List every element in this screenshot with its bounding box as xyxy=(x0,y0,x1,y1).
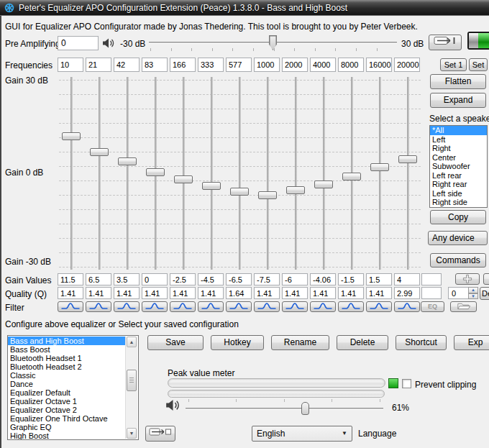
delete-band-button[interactable]: De xyxy=(480,287,489,300)
quality-input[interactable] xyxy=(114,287,140,299)
copy-button[interactable]: Copy xyxy=(430,210,486,224)
eq-slider-handle[interactable] xyxy=(398,155,417,163)
speaker-list-item[interactable]: Right side xyxy=(430,198,487,207)
device-selector[interactable]: Any device xyxy=(428,231,488,245)
gain-value-input[interactable] xyxy=(114,273,140,285)
quality-input[interactable] xyxy=(310,287,336,299)
eq-slider-track[interactable] xyxy=(295,77,297,270)
frequency-input[interactable] xyxy=(58,58,83,72)
frequency-input[interactable] xyxy=(142,58,168,72)
quality-input[interactable] xyxy=(170,287,196,299)
filter-curve-button[interactable] xyxy=(58,301,83,312)
quality-input[interactable] xyxy=(142,287,168,299)
filter-curve-button[interactable] xyxy=(366,301,392,312)
shortcut-button[interactable]: Shortcut xyxy=(396,335,447,350)
preamp-input[interactable] xyxy=(58,36,99,50)
config-list-item[interactable]: Bass Boost xyxy=(8,345,125,354)
config-list-item[interactable]: Equalizer One Third Octave xyxy=(8,414,125,423)
quality-input[interactable] xyxy=(394,287,420,299)
title-bar[interactable]: Peter's Equalizer APO Configuration Exte… xyxy=(0,0,489,16)
language-select[interactable]: English ▼ xyxy=(252,426,352,442)
quality-input[interactable] xyxy=(366,287,392,299)
eq-slider-track[interactable] xyxy=(379,77,381,270)
band-spin-input[interactable] xyxy=(448,287,469,299)
speaker-listbox[interactable]: *AllLeftRightCenterSubwooferLeft rearRig… xyxy=(429,125,488,208)
speaker-list-item[interactable]: Left side xyxy=(430,189,487,198)
gain-value-input[interactable] xyxy=(226,273,252,285)
frequency-input[interactable] xyxy=(310,58,336,72)
preamp-apply-button[interactable] xyxy=(429,35,462,50)
tray-button[interactable] xyxy=(145,426,175,442)
eq-slider-track[interactable] xyxy=(239,77,241,270)
config-list-item[interactable]: Bass and High Boost xyxy=(8,337,125,345)
speaker-list-item[interactable]: Left rear xyxy=(430,171,487,180)
preamp-slider[interactable] xyxy=(149,35,397,53)
speaker-list-item[interactable]: Left xyxy=(430,135,487,145)
gain-value-input[interactable] xyxy=(170,273,196,285)
gain-value-input[interactable] xyxy=(366,273,392,285)
gain-value-input[interactable] xyxy=(338,273,364,285)
eq-slider-handle[interactable] xyxy=(90,148,109,156)
gain-value-input[interactable] xyxy=(86,273,111,285)
eq-slider-track[interactable] xyxy=(99,77,101,270)
scroll-down-icon[interactable]: ▼ xyxy=(127,428,137,439)
frequency-input[interactable] xyxy=(394,58,420,72)
eq-slider-handle[interactable] xyxy=(286,186,305,194)
gain-value-input[interactable] xyxy=(394,273,420,285)
frequency-input[interactable] xyxy=(226,58,252,72)
config-list-item[interactable]: Bluetooth Headset 2 xyxy=(8,362,125,371)
eq-slider-track[interactable] xyxy=(323,77,325,270)
flatten-button[interactable]: Flatten xyxy=(430,74,486,89)
set1-button[interactable]: Set 1 xyxy=(440,58,467,71)
config-scrollbar[interactable]: ▲ ▼ xyxy=(125,337,137,439)
filter-curve-button[interactable] xyxy=(394,301,420,312)
commands-button[interactable]: Commands xyxy=(430,253,486,268)
spinner-up-icon[interactable]: ▲ xyxy=(468,287,478,293)
gain-value-input[interactable] xyxy=(254,273,280,285)
eq-slider-handle[interactable] xyxy=(146,168,165,176)
filter-curve-button[interactable] xyxy=(170,301,196,312)
quality-input[interactable] xyxy=(226,287,252,299)
frequency-input[interactable] xyxy=(198,58,224,72)
graphic-eq-button[interactable]: EQ xyxy=(421,301,444,312)
frequency-input[interactable] xyxy=(254,58,280,72)
eq-slider-handle[interactable] xyxy=(118,157,137,165)
quality-input[interactable] xyxy=(338,287,364,299)
eq-slider-track[interactable] xyxy=(70,77,73,270)
gain-value-input[interactable] xyxy=(282,273,308,285)
speaker-list-item[interactable]: Right rear xyxy=(430,180,487,189)
frequency-input[interactable] xyxy=(170,58,196,72)
volume-slider-thumb[interactable] xyxy=(301,402,309,415)
eq-slider-track[interactable] xyxy=(407,77,409,270)
speaker-list-item[interactable]: *All xyxy=(430,126,487,135)
gain-value-input[interactable] xyxy=(58,273,83,285)
speaker-list-item[interactable]: Center xyxy=(430,153,487,163)
eq-slider-handle[interactable] xyxy=(370,163,389,171)
open-filter-button[interactable] xyxy=(450,301,477,312)
speaker-list-item[interactable]: Right xyxy=(430,144,487,153)
eq-slider-handle[interactable] xyxy=(258,191,277,199)
exp-button[interactable]: Exp xyxy=(454,335,489,350)
eq-slider-track[interactable] xyxy=(211,77,213,270)
quality-input[interactable] xyxy=(58,287,83,299)
frequency-input[interactable] xyxy=(338,58,364,72)
set2-button[interactable]: Set 2 xyxy=(469,58,488,71)
prevent-clipping-checkbox[interactable] xyxy=(402,379,411,388)
filter-curve-button[interactable] xyxy=(114,301,140,312)
gain-value-input[interactable] xyxy=(198,273,224,285)
quality-input[interactable] xyxy=(198,287,224,299)
filter-curve-button[interactable] xyxy=(282,301,308,312)
gain-value-input[interactable] xyxy=(310,273,336,285)
config-list-item[interactable]: Equalizer Default xyxy=(8,388,125,397)
scrollbar-thumb[interactable] xyxy=(127,370,137,391)
expand-button[interactable]: Expand xyxy=(430,93,486,108)
filter-curve-button[interactable] xyxy=(86,301,111,312)
frequency-input[interactable] xyxy=(366,58,392,72)
extra-gain-input[interactable] xyxy=(421,273,442,285)
hotkey-button[interactable]: Hotkey xyxy=(211,335,264,350)
eq-slider-handle[interactable] xyxy=(174,175,193,183)
config-listbox[interactable]: Bass and High BoostBass BoostBluetooth H… xyxy=(7,335,139,440)
filter-curve-button[interactable] xyxy=(226,301,252,312)
eq-slider-track[interactable] xyxy=(127,77,129,270)
quality-input[interactable] xyxy=(282,287,308,299)
